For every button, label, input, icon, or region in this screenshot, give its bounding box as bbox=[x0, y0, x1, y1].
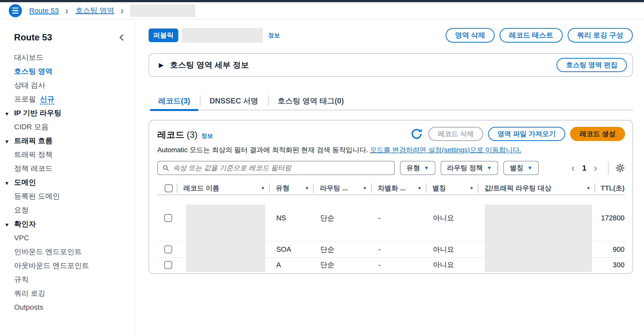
current-page[interactable]: 1 bbox=[582, 164, 586, 173]
edit-hosted-zone-button[interactable]: 호스팅 영역 편집 bbox=[556, 58, 627, 72]
sidebar-section-traffic-flow[interactable]: ▼트래픽 흐름 bbox=[14, 137, 126, 145]
alias-filter-dropdown[interactable]: 별칭▼ bbox=[504, 161, 539, 175]
select-all-checkbox[interactable] bbox=[165, 184, 173, 192]
section-caret-icon: ▼ bbox=[4, 179, 10, 187]
sidebar-item-label: 프로필 bbox=[14, 95, 36, 103]
test-record-button[interactable]: 레코드 테스트 bbox=[500, 28, 563, 43]
sidebar-item-hosted-zones[interactable]: 호스팅 영역 bbox=[14, 67, 126, 75]
type-filter-dropdown[interactable]: 유형▼ bbox=[400, 161, 435, 175]
cell-type: A bbox=[270, 258, 314, 272]
chevron-down-icon: ▼ bbox=[487, 165, 492, 171]
search-input[interactable] bbox=[157, 161, 395, 175]
dropdown-label: 유형 bbox=[406, 163, 420, 173]
prev-page-icon[interactable]: ‹ bbox=[571, 163, 575, 173]
cell-alias: 아니요 bbox=[426, 241, 478, 257]
menu-icon[interactable] bbox=[9, 4, 22, 17]
search-icon bbox=[162, 164, 170, 172]
sidebar-item-health-checks[interactable]: 상태 검사 bbox=[14, 81, 126, 89]
delete-record-button[interactable]: 레코드 삭제 bbox=[428, 127, 483, 141]
sidebar-item-traffic-policies[interactable]: 트래픽 정책 bbox=[14, 150, 126, 158]
create-record-button[interactable]: 레코드 생성 bbox=[570, 127, 625, 141]
sidebar-item-requests[interactable]: 요청 bbox=[14, 206, 126, 214]
sidebar-section-label: 도메인 bbox=[14, 178, 36, 186]
redacted-record-values bbox=[485, 204, 592, 272]
redacted-zone-title bbox=[182, 28, 263, 43]
details-panel-title[interactable]: 호스팅 영역 세부 정보 bbox=[170, 60, 249, 71]
sort-icon: ▼ bbox=[586, 186, 590, 191]
collapse-sidebar-icon[interactable] bbox=[118, 33, 126, 42]
sidebar-title: Route 53 bbox=[14, 32, 52, 43]
breadcrumb-route53[interactable]: Route 53 bbox=[29, 7, 59, 15]
expand-caret-icon[interactable]: ▶ bbox=[159, 61, 164, 69]
sidebar-section-domains[interactable]: ▼도메인 bbox=[14, 178, 126, 186]
section-caret-icon: ▼ bbox=[4, 138, 10, 146]
records-info-link[interactable]: 정보 bbox=[201, 132, 213, 140]
configure-query-logging-button[interactable]: 쿼리 로깅 구성 bbox=[568, 28, 633, 43]
column-label: 레코드 이름 bbox=[183, 184, 219, 193]
records-count: (3) bbox=[187, 130, 198, 140]
column-label: 별칭 bbox=[432, 184, 446, 193]
sidebar-item-registered-domains[interactable]: 등록된 도메인 bbox=[14, 192, 126, 200]
cell-alias: 아니요 bbox=[426, 258, 478, 272]
sidebar-item-outbound-endpoints[interactable]: 아웃바운드 엔드포인트 bbox=[14, 261, 126, 269]
breadcrumb: Route 53 › 호스팅 영역 › bbox=[0, 2, 644, 19]
cell-ttl: 300 bbox=[595, 258, 625, 272]
sidebar-item-rules[interactable]: 규칙 bbox=[14, 275, 126, 283]
sidebar-item-query-logging[interactable]: 쿼리 로깅 bbox=[14, 289, 126, 297]
sidebar-item-profiles[interactable]: 프로필신규 bbox=[14, 95, 126, 103]
routing-policy-filter-dropdown[interactable]: 라우팅 정책▼ bbox=[441, 161, 498, 175]
next-page-icon[interactable]: › bbox=[594, 163, 597, 173]
sidebar-section-resolver[interactable]: ▼확인자 bbox=[14, 220, 126, 228]
records-panel: 레코드 (3) 정보 레코드 삭제 영역 파일 가져오기 레코드 생성 bbox=[148, 120, 633, 274]
divider bbox=[608, 161, 608, 175]
records-table: 레코드 이름 ▼ 유형 ▼ 라우팅 ... ▼ 차별화 ... ▼ bbox=[157, 182, 625, 272]
tab-dnssec[interactable]: DNSSEC 서명 bbox=[200, 92, 268, 110]
record-filter-search bbox=[157, 161, 395, 175]
sidebar: Route 53 대시보드 호스팅 영역 상태 검사 프로필신규 ▼IP 기반 … bbox=[0, 19, 136, 334]
dropdown-label: 라우팅 정책 bbox=[447, 163, 483, 173]
tab-zone-tags[interactable]: 호스팅 영역 태그(0) bbox=[268, 92, 354, 110]
tab-bar: 레코드(3) DNSSEC 서명 호스팅 영역 태그(0) bbox=[148, 92, 633, 110]
sidebar-item-dashboard[interactable]: 대시보드 bbox=[14, 53, 126, 61]
sidebar-item-cidr-collections[interactable]: CIDR 모음 bbox=[14, 123, 126, 131]
sidebar-section-label: 확인자 bbox=[14, 220, 36, 228]
delete-zone-button[interactable]: 영역 삭제 bbox=[446, 28, 495, 43]
column-header-type[interactable]: 유형 ▼ bbox=[270, 182, 314, 194]
cell-differentiator: - bbox=[371, 241, 426, 257]
row-checkbox[interactable] bbox=[164, 214, 172, 222]
sort-icon: ▼ bbox=[470, 186, 474, 191]
description-text: Automatic 모드는 최상의 필터 결과에 최적화된 현재 검색 동작입니… bbox=[157, 146, 368, 154]
column-label: 값/트래픽 라우팅 대상 bbox=[484, 184, 551, 193]
chevron-down-icon: ▼ bbox=[424, 165, 429, 171]
sidebar-item-outposts[interactable]: Outposts bbox=[14, 303, 126, 311]
breadcrumb-hosted-zones[interactable]: 호스팅 영역 bbox=[76, 6, 114, 16]
section-caret-icon: ▼ bbox=[4, 221, 10, 229]
sidebar-item-vpc[interactable]: VPC bbox=[14, 234, 126, 242]
cell-type: SOA bbox=[270, 241, 314, 257]
cell-ttl: 172800 bbox=[595, 195, 625, 241]
row-checkbox[interactable] bbox=[164, 245, 172, 253]
zone-info-link[interactable]: 정보 bbox=[268, 32, 280, 39]
sidebar-section-label: 트래픽 흐름 bbox=[14, 137, 52, 145]
column-header-value[interactable]: 값/트래픽 라우팅 대상 ▼ bbox=[478, 182, 595, 194]
gear-icon[interactable] bbox=[615, 163, 625, 173]
column-label: 유형 bbox=[276, 184, 290, 193]
tab-records[interactable]: 레코드(3) bbox=[148, 92, 200, 110]
sort-icon: ▼ bbox=[362, 186, 367, 191]
column-header-alias[interactable]: 별칭 ▼ bbox=[426, 182, 478, 194]
column-header-ttl: TTL(초) bbox=[595, 182, 625, 194]
refresh-icon[interactable] bbox=[410, 127, 424, 141]
redacted-zone-name bbox=[130, 5, 195, 17]
import-zone-file-button[interactable]: 영역 파일 가져오기 bbox=[488, 127, 566, 141]
public-badge: 퍼블릭 bbox=[148, 29, 178, 42]
new-badge-link[interactable]: 신규 bbox=[40, 95, 54, 104]
sidebar-section-ip-routing[interactable]: ▼IP 기반 라우팅 bbox=[14, 109, 126, 117]
column-header-routing[interactable]: 라우팅 ... ▼ bbox=[314, 182, 371, 194]
sidebar-item-policy-records[interactable]: 정책 레코드 bbox=[14, 164, 126, 172]
row-checkbox[interactable] bbox=[164, 261, 172, 269]
settings-link[interactable]: 모드를 변경하려면 설정(settings)으로 이동합니다. bbox=[370, 146, 521, 154]
sidebar-item-inbound-endpoints[interactable]: 인바운드 엔드포인트 bbox=[14, 248, 126, 256]
column-header-record-name[interactable]: 레코드 이름 ▼ bbox=[177, 182, 270, 194]
column-header-differentiator[interactable]: 차별화 ... ▼ bbox=[371, 182, 426, 194]
records-title: 레코드 bbox=[157, 129, 184, 141]
